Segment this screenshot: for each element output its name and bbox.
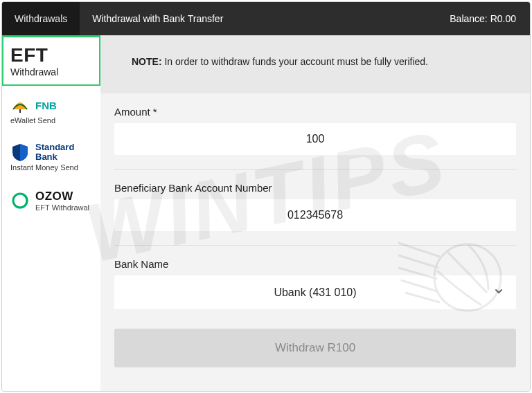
standard-bank-shield-icon (10, 143, 30, 162)
bank-name-label: Bank Name (114, 258, 516, 270)
bank-name-select[interactable]: Ubank (431 010) (114, 275, 516, 309)
sidebar-item-ozow[interactable]: OZOW EFT Withdrawal (2, 180, 100, 220)
account-label: Beneficiary Bank Account Number (114, 182, 516, 194)
sidebar-item-fnb[interactable]: FNB eWallet Send (2, 86, 100, 133)
sidebar-item-title: EFT (10, 46, 94, 65)
amount-label: Amount * (114, 106, 516, 118)
verification-notice: NOTE: In order to withdraw funds your ac… (100, 35, 530, 93)
notice-prefix: NOTE: (132, 56, 162, 67)
page-title: Withdrawal with Bank Transfer (80, 2, 436, 35)
sidebar-item-title: Standard Bank (35, 143, 94, 161)
svg-rect-0 (19, 109, 21, 113)
notice-text: In order to withdraw funds your account … (162, 56, 428, 67)
sidebar-item-title: OZOW (35, 190, 89, 203)
sidebar-item-sub: EFT Withdrawal (35, 203, 89, 212)
balance-label: Balance: R0.00 (436, 2, 530, 35)
account-number-input[interactable] (114, 199, 516, 231)
sidebar-item-title: FNB (35, 100, 57, 111)
sidebar-item-sub: eWallet Send (10, 116, 94, 125)
amount-input[interactable] (114, 123, 516, 155)
withdraw-button[interactable]: Withdraw R100 (114, 329, 516, 367)
top-bar: Withdrawals Withdrawal with Bank Transfe… (2, 2, 530, 35)
main-panel: NOTE: In order to withdraw funds your ac… (100, 35, 530, 391)
sidebar: EFT Withdrawal FNB eWallet Send Stand (2, 35, 100, 391)
sidebar-item-sub: Instant Money Send (10, 163, 94, 172)
sidebar-item-sub: Withdrawal (10, 66, 94, 77)
sidebar-item-eft[interactable]: EFT Withdrawal (2, 35, 100, 86)
divider (114, 245, 516, 246)
divider (114, 169, 516, 170)
fnb-tree-icon (10, 95, 30, 115)
sidebar-item-standard-bank[interactable]: Standard Bank Instant Money Send (2, 133, 100, 180)
ozow-swirl-icon (10, 191, 30, 210)
tab-withdrawals[interactable]: Withdrawals (2, 2, 80, 35)
